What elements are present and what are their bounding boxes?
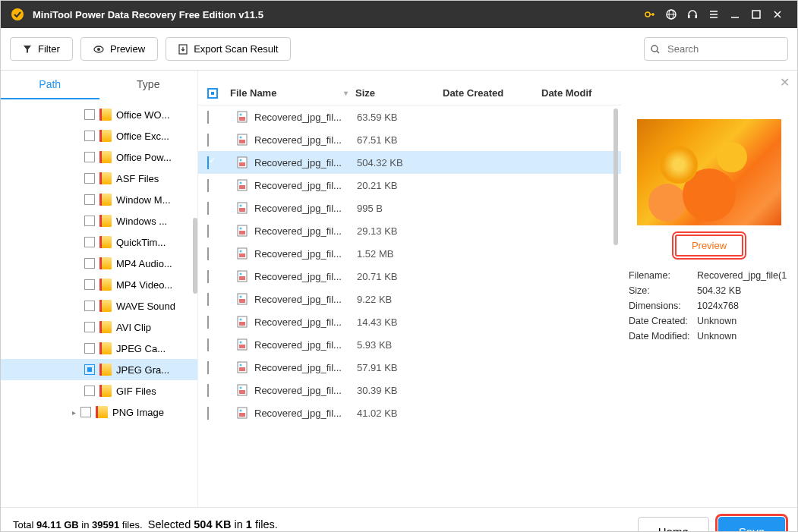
checkbox[interactable] [84, 343, 95, 354]
checkbox[interactable] [84, 386, 95, 396]
tree-item[interactable]: AVI Clip [1, 316, 197, 338]
tab-path[interactable]: Path [1, 71, 99, 99]
close-preview-icon[interactable]: ✕ [780, 75, 790, 90]
file-row[interactable]: Recovered_jpg_fil...67.51 KB [198, 128, 621, 151]
tree-item[interactable]: GIF Files [1, 380, 197, 401]
preview-button[interactable]: Preview [80, 37, 158, 61]
checkbox[interactable] [207, 179, 209, 192]
file-list[interactable]: Recovered_jpg_fil...63.59 KBRecovered_jp… [198, 105, 621, 507]
save-button[interactable]: Save [718, 517, 785, 532]
scrollbar-thumb[interactable] [613, 109, 618, 245]
col-header-name[interactable]: File Name [230, 87, 276, 99]
file-row[interactable]: Recovered_jpg_fil...1.52 MB [198, 242, 621, 265]
tree-item[interactable]: Office Pow... [1, 146, 197, 168]
file-row[interactable]: Recovered_jpg_fil...30.39 KB [198, 379, 621, 401]
file-row[interactable]: Recovered_jpg_fil...20.71 KB [198, 265, 621, 288]
chevron-right-icon[interactable]: ▸ [72, 408, 76, 417]
checkbox[interactable] [84, 237, 95, 247]
checkbox[interactable] [84, 364, 95, 375]
tree-item[interactable]: QuickTim... [1, 231, 197, 253]
search-input[interactable] [644, 37, 788, 61]
minimize-icon[interactable] [724, 4, 746, 25]
checkbox[interactable] [84, 301, 95, 311]
checkbox[interactable] [207, 247, 209, 260]
file-name: Recovered_jpg_fil... [254, 316, 357, 328]
checkbox[interactable] [207, 225, 209, 238]
tree-item[interactable]: MP4 Audio... [1, 253, 197, 274]
checkbox[interactable] [207, 202, 209, 215]
file-row[interactable]: Recovered_jpg_fil...504.32 KB [198, 151, 621, 174]
file-row[interactable]: Recovered_jpg_fil...5.93 KB [198, 333, 621, 356]
file-row[interactable]: Recovered_jpg_fil...20.21 KB [198, 174, 621, 197]
checkbox[interactable] [84, 173, 95, 184]
checkbox[interactable] [207, 316, 209, 329]
folder-tree[interactable]: Office WO...Office Exc...Office Pow...AS… [1, 99, 197, 507]
tree-item[interactable]: Windows ... [1, 210, 197, 231]
tree-item[interactable]: Office WO... [1, 104, 197, 125]
headphones-icon[interactable] [682, 4, 703, 25]
file-row[interactable]: Recovered_jpg_fil...14.43 KB [198, 310, 621, 333]
meta-key-created: Date Created: [629, 316, 697, 326]
checkbox[interactable] [207, 338, 209, 351]
tree-item-label: QuickTim... [116, 237, 166, 248]
checkbox[interactable] [207, 270, 209, 283]
file-row[interactable]: Recovered_jpg_fil...995 B [198, 197, 621, 219]
globe-icon[interactable] [661, 4, 682, 25]
tree-item[interactable]: JPEG Gra... [1, 359, 197, 380]
checkbox[interactable] [207, 156, 209, 169]
checkbox[interactable] [207, 134, 209, 146]
checkbox[interactable] [207, 361, 209, 374]
checkbox[interactable] [84, 109, 95, 120]
checkbox[interactable] [84, 216, 95, 226]
eye-icon [93, 44, 104, 55]
tree-item[interactable]: Office Exc... [1, 125, 197, 146]
checkbox[interactable] [207, 384, 209, 397]
maximize-icon[interactable] [746, 4, 767, 25]
checkbox[interactable] [207, 407, 209, 420]
menu-icon[interactable] [703, 4, 724, 25]
tree-item[interactable]: WAVE Sound [1, 295, 197, 316]
tree-item[interactable]: Window M... [1, 189, 197, 210]
col-header-modified[interactable]: Date Modif [541, 87, 612, 99]
export-button[interactable]: Export Scan Result [166, 37, 291, 61]
meta-val-filename: Recovered_jpg_file(1 [697, 270, 787, 281]
scrollbar-thumb[interactable] [193, 218, 197, 294]
tree-item-label: MP4 Video... [116, 279, 172, 291]
col-header-created[interactable]: Date Created [443, 87, 541, 99]
select-all-checkbox[interactable] [207, 88, 218, 99]
file-row[interactable]: Recovered_jpg_fil...9.22 KB [198, 288, 621, 310]
file-size: 30.39 KB [357, 385, 444, 396]
open-preview-button[interactable]: Preview [675, 235, 743, 257]
tree-item[interactable]: MP4 Video... [1, 274, 197, 295]
checkbox[interactable] [84, 322, 95, 332]
close-icon[interactable] [767, 4, 788, 25]
col-header-size[interactable]: Size [355, 87, 443, 99]
checkbox[interactable] [80, 407, 91, 417]
tree-item-label: Office WO... [116, 109, 170, 121]
file-icon [236, 407, 248, 419]
folder-icon [99, 172, 112, 184]
file-row[interactable]: Recovered_jpg_fil...29.13 KB [198, 219, 621, 242]
filter-button[interactable]: Filter [10, 37, 73, 61]
checkbox[interactable] [207, 111, 209, 124]
file-row[interactable]: Recovered_jpg_fil...57.91 KB [198, 356, 621, 379]
tab-type[interactable]: Type [99, 71, 198, 99]
svg-point-0 [11, 8, 24, 20]
file-row[interactable]: Recovered_jpg_fil...63.59 KB [198, 105, 621, 128]
file-row[interactable]: Recovered_jpg_fil...41.02 KB [198, 401, 621, 424]
tree-item[interactable]: ▸PNG Image [1, 401, 197, 423]
home-button[interactable]: Home [638, 517, 709, 532]
file-size: 9.22 KB [357, 294, 444, 305]
sort-caret-icon[interactable]: ▾ [344, 89, 348, 97]
folder-icon [99, 151, 112, 163]
tree-item[interactable]: ASF Files [1, 168, 197, 189]
checkbox[interactable] [84, 152, 95, 162]
checkbox[interactable] [84, 279, 95, 290]
checkbox[interactable] [84, 194, 95, 205]
checkbox[interactable] [84, 258, 95, 269]
checkbox[interactable] [84, 131, 95, 141]
key-icon[interactable] [639, 4, 661, 25]
svg-rect-18 [239, 140, 245, 143]
checkbox[interactable] [207, 293, 209, 306]
tree-item[interactable]: JPEG Ca... [1, 338, 197, 359]
